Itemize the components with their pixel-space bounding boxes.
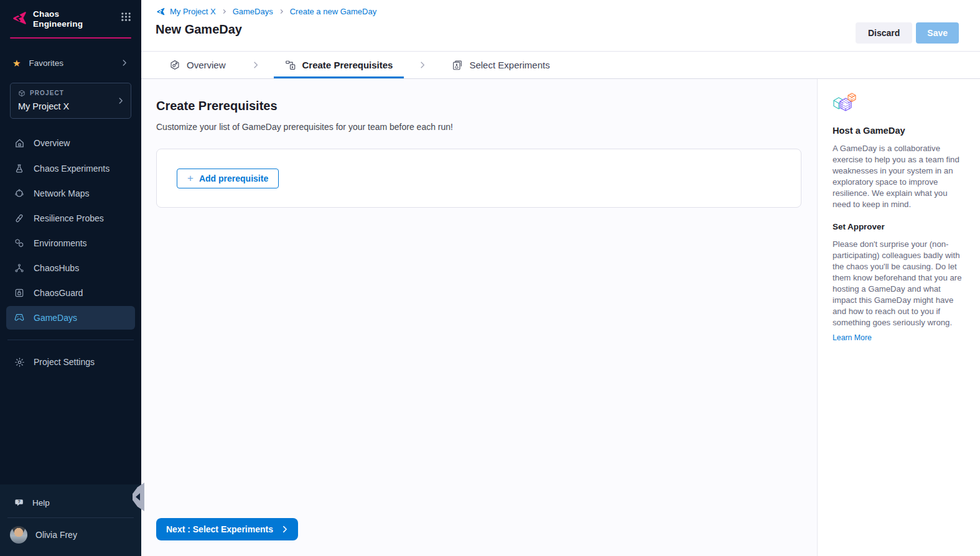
- sidebar-item-chaosguard[interactable]: ChaosGuard: [6, 281, 135, 305]
- breadcrumb-link-create-gameday[interactable]: Create a new GameDay: [290, 7, 376, 16]
- tab-select-experiments[interactable]: Select Experiments: [441, 52, 561, 78]
- help-panel-approver-heading: Set Approver: [833, 222, 965, 231]
- sidebar-item-label: Resilience Probes: [34, 213, 104, 223]
- user-profile[interactable]: Olivia Frey: [0, 518, 141, 556]
- sidebar-item-label: Chaos Experiments: [34, 164, 110, 174]
- home-icon: [14, 138, 25, 149]
- chaos-engineering-logo-icon: [11, 10, 27, 26]
- section-subtitle: Customize your list of GameDay prerequis…: [156, 122, 801, 132]
- chevron-right-icon: [281, 525, 289, 534]
- tab-label: Select Experiments: [469, 60, 549, 70]
- gear-icon: [14, 357, 25, 368]
- sidebar-item-network-maps[interactable]: Network Maps: [6, 182, 135, 205]
- favorites-label: Favorites: [29, 58, 63, 68]
- main-column: My Project X GameDays Create a new GameD…: [141, 0, 980, 556]
- help-panel-intro: A GameDay is a collaborative exercise to…: [833, 143, 965, 210]
- stacked-docs-icon: [452, 60, 463, 71]
- tab-create-prerequisites[interactable]: Create Prerequisites: [274, 52, 404, 78]
- breadcrumb: My Project X GameDays Create a new GameD…: [156, 7, 959, 16]
- sidebar-spacer: [0, 374, 141, 484]
- sidebar: Chaos Engineering ★ Favorites: [0, 0, 141, 556]
- next-button-label: Next : Select Experiments: [166, 524, 273, 534]
- main-content: Create Prerequisites Customize your list…: [141, 79, 817, 556]
- breadcrumb-logo-icon: [156, 7, 165, 16]
- sidebar-item-label: Network Maps: [34, 188, 89, 198]
- sidebar-bottom-section: ? Help Olivia Frey: [0, 484, 141, 556]
- add-prerequisite-button[interactable]: + Add prerequisite: [177, 169, 279, 188]
- breadcrumb-link-gamedays[interactable]: GameDays: [233, 7, 273, 16]
- breadcrumb-separator-icon: [278, 8, 285, 15]
- plus-icon: +: [187, 173, 194, 183]
- sidebar-item-favorites[interactable]: ★ Favorites: [5, 53, 136, 73]
- section-heading: Create Prerequisites: [156, 99, 801, 113]
- wizard-tabbar: Overview Create Prerequisites: [141, 52, 980, 79]
- sidebar-item-label: Overview: [34, 138, 70, 148]
- project-kicker-label: PROJECT: [30, 90, 64, 96]
- project-name: My Project X: [18, 101, 114, 111]
- brand: Chaos Engineering: [0, 0, 141, 29]
- help-label: Help: [32, 498, 50, 507]
- chevron-right-icon: [116, 96, 125, 105]
- sidebar-item-resilience-probes[interactable]: Resilience Probes: [6, 206, 135, 230]
- lock-icon: [14, 288, 25, 298]
- next-select-experiments-button[interactable]: Next : Select Experiments: [156, 518, 298, 540]
- project-kicker: PROJECT: [18, 90, 114, 97]
- brand-title: Chaos Engineering: [33, 9, 83, 29]
- help-panel-approver-text: Please don't surprise your (non-particip…: [833, 239, 965, 328]
- sidebar-nav: Overview Chaos Experiments: [0, 131, 141, 330]
- tab-label: Overview: [187, 60, 226, 70]
- sidebar-item-chaoshubs[interactable]: ChaosHubs: [6, 256, 135, 280]
- sidebar-item-project-settings[interactable]: Project Settings: [6, 350, 135, 374]
- content-row: Create Prerequisites Customize your list…: [141, 79, 980, 556]
- page-header: My Project X GameDays Create a new GameD…: [141, 0, 980, 52]
- gamepad-icon: [14, 313, 25, 322]
- star-icon: ★: [12, 58, 21, 68]
- sidebar-item-environments[interactable]: Environments: [6, 231, 135, 255]
- save-button[interactable]: Save: [916, 22, 959, 44]
- svg-text:?: ?: [18, 499, 21, 504]
- breadcrumb-link-project[interactable]: My Project X: [170, 7, 216, 16]
- tab-label: Create Prerequisites: [302, 60, 393, 70]
- sidebar-item-gamedays[interactable]: GameDays: [6, 306, 135, 330]
- sidebar-item-label: ChaosHubs: [34, 263, 79, 273]
- avatar: [10, 526, 27, 544]
- tab-separator-icon: [404, 52, 441, 78]
- cube-icon: [18, 90, 26, 97]
- tab-separator-icon: [237, 52, 274, 78]
- chevron-right-icon: [120, 58, 129, 67]
- sidebar-item-label: GameDays: [34, 313, 77, 323]
- sidebar-divider: [7, 340, 134, 340]
- probe-icon: [14, 213, 25, 223]
- cubes-illustration-icon: [833, 93, 965, 115]
- help-panel: Host a GameDay A GameDay is a collaborat…: [817, 79, 980, 556]
- learn-more-link[interactable]: Learn More: [833, 333, 872, 342]
- sidebar-item-overview[interactable]: Overview: [6, 131, 135, 155]
- discard-button[interactable]: Discard: [856, 22, 912, 44]
- sidebar-item-label: Environments: [34, 238, 87, 248]
- hexagons-icon: [14, 238, 25, 248]
- hexagon-overview-icon: [169, 60, 180, 71]
- sidebar-item-help[interactable]: ? Help: [0, 489, 141, 516]
- tab-overview[interactable]: Overview: [158, 52, 237, 78]
- sidebar-item-label: ChaosGuard: [34, 288, 83, 298]
- brand-divider: [10, 37, 131, 39]
- header-actions: Discard Save: [856, 22, 959, 44]
- prerequisites-card: + Add prerequisite: [156, 149, 801, 208]
- project-selector[interactable]: PROJECT My Project X: [10, 83, 131, 119]
- sidebar-item-chaos-experiments[interactable]: Chaos Experiments: [6, 157, 135, 180]
- page-title: New GameDay: [156, 22, 959, 37]
- user-name: Olivia Frey: [35, 530, 77, 540]
- breadcrumb-separator-icon: [221, 8, 228, 15]
- flowchart-icon: [285, 60, 296, 71]
- flask-icon: [14, 164, 25, 174]
- add-prerequisite-label: Add prerequisite: [199, 174, 268, 183]
- app-window: Chaos Engineering ★ Favorites: [0, 0, 980, 556]
- sidebar-item-label: Project Settings: [34, 357, 95, 367]
- help-chat-icon: ?: [14, 498, 24, 508]
- help-panel-heading: Host a GameDay: [833, 126, 965, 136]
- molecule-icon: [14, 263, 25, 273]
- module-grid-icon[interactable]: [121, 11, 131, 22]
- network-icon: [14, 188, 25, 198]
